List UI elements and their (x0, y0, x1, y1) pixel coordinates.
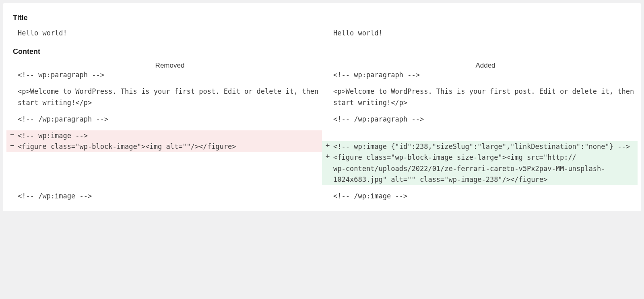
diff-row: +<figure class="wp-block-image size-larg… (6, 152, 638, 185)
diff-marker-left (6, 191, 18, 202)
diff-cell-left: <figure class="wp-block-image"><img alt=… (18, 141, 322, 152)
diff-row: −<!-- wp:image --> (6, 130, 638, 141)
diff-marker-right (322, 114, 333, 125)
diff-marker-left (6, 114, 18, 125)
diff-cell-right: <!-- /wp:image --> (333, 191, 638, 202)
marker-right (322, 28, 333, 39)
diff-row: <!-- /wp:image --><!-- /wp:image --> (6, 191, 638, 202)
diff-marker-right (322, 70, 333, 80)
diff-marker-right (322, 191, 333, 202)
diff-row: <p>Welcome to WordPress. This is your fi… (6, 86, 638, 108)
diff-cell-left: <!-- wp:paragraph --> (18, 70, 322, 80)
diff-cell-right: <!-- /wp:paragraph --> (333, 114, 638, 125)
diff-marker-left (6, 152, 18, 185)
content-diff-table: Removed Added <!-- wp:paragraph --><!-- … (6, 62, 638, 202)
diff-cell-left: <!-- wp:image --> (18, 130, 322, 141)
column-heading-added: Added (333, 62, 638, 70)
diff-cell-right: <p>Welcome to WordPress. This is your fi… (333, 86, 638, 108)
diff-cell-right: <figure class="wp-block-image size-large… (333, 152, 638, 185)
diff-row (6, 125, 638, 130)
diff-row: <!-- wp:paragraph --><!-- wp:paragraph -… (6, 70, 638, 80)
diff-panel: Title Hello world! Hello world! Content … (3, 3, 641, 211)
column-heading-removed: Removed (18, 62, 322, 70)
title-diff-table: Hello world! Hello world! (6, 28, 638, 39)
diff-row (6, 80, 638, 86)
title-right: Hello world! (333, 28, 638, 39)
section-heading-content: Content (13, 47, 638, 56)
diff-marker-right (322, 86, 333, 108)
diff-row: −<figure class="wp-block-image"><img alt… (6, 141, 638, 152)
diff-cell-right (333, 130, 638, 141)
marker-left (6, 28, 18, 39)
diff-cell-left (18, 152, 322, 185)
diff-marker-left: − (6, 130, 18, 141)
diff-marker-right (322, 130, 333, 141)
diff-cell-left: <!-- /wp:paragraph --> (18, 114, 322, 125)
diff-row (6, 185, 638, 191)
title-row: Hello world! Hello world! (6, 28, 638, 39)
diff-marker-left (6, 70, 18, 80)
diff-row (6, 108, 638, 114)
title-left: Hello world! (18, 28, 322, 39)
diff-cell-right: <!-- wp:image {"id":238,"sizeSlug":"larg… (333, 141, 638, 152)
diff-cell-right: <!-- wp:paragraph --> (333, 70, 638, 80)
diff-marker-right: + (322, 152, 333, 185)
diff-marker-left (6, 86, 18, 108)
diff-cell-left: <p>Welcome to WordPress. This is your fi… (18, 86, 322, 108)
diff-cell-left: <!-- /wp:image --> (18, 191, 322, 202)
diff-marker-left: − (6, 141, 18, 152)
section-heading-title: Title (13, 14, 638, 22)
diff-row: <!-- /wp:paragraph --><!-- /wp:paragraph… (6, 114, 638, 125)
diff-marker-right: + (322, 141, 333, 152)
